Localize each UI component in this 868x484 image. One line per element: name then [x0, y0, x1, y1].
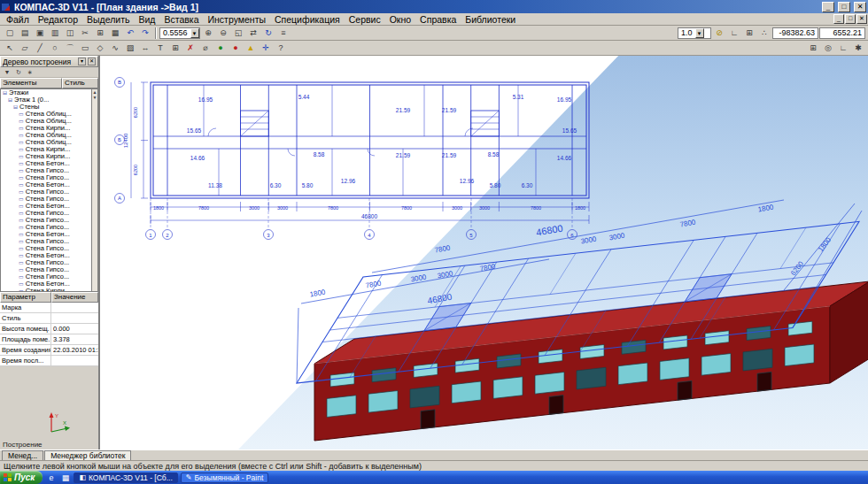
- warning-icon[interactable]: ▲: [244, 42, 258, 55]
- ortho-toggle-icon[interactable]: ∟: [836, 42, 850, 55]
- column-style[interactable]: Стиль: [62, 78, 98, 88]
- zoom-fit-icon[interactable]: ◱: [231, 27, 245, 40]
- grid-toggle-icon[interactable]: ⊞: [806, 42, 820, 55]
- start-button[interactable]: Пуск: [0, 471, 43, 484]
- pan-icon[interactable]: ⇄: [246, 27, 260, 40]
- tab-library-manager[interactable]: Менеджер библиотек: [44, 450, 131, 460]
- marquee-icon[interactable]: ▱: [18, 42, 32, 55]
- dimension-label: 15.65: [187, 127, 202, 134]
- menu-item[interactable]: Вид: [134, 14, 159, 25]
- panel-caption[interactable]: Построение: [3, 441, 43, 449]
- dimension-label: 5.44: [298, 94, 310, 100]
- taskbar-app-kompas[interactable]: ◧ КОМПАС-3D V11 - [Сб...: [74, 472, 177, 483]
- doc-restore-button[interactable]: □: [845, 14, 856, 24]
- coord-y-field[interactable]: 6552.21: [819, 27, 865, 39]
- print-icon[interactable]: ▥: [48, 27, 62, 40]
- doc-close-button[interactable]: ✕: [856, 14, 867, 24]
- cut-icon[interactable]: ✂: [78, 27, 92, 40]
- dimension-label: 14.66: [190, 155, 205, 161]
- tree-scrollbar[interactable]: ▲ ▼: [91, 89, 97, 291]
- new-icon[interactable]: ▢: [3, 27, 17, 40]
- circle-icon[interactable]: ○: [48, 42, 62, 55]
- grid-icon[interactable]: ⊞: [742, 27, 756, 40]
- zoom-combo[interactable]: 0.5556 ▼: [159, 27, 200, 39]
- hatch-icon[interactable]: ▨: [123, 42, 137, 55]
- undo-icon[interactable]: ↶: [123, 27, 137, 40]
- panel-pin-icon[interactable]: ▾: [78, 58, 86, 65]
- menu-item[interactable]: Спецификация: [270, 14, 345, 25]
- tree-refresh-icon[interactable]: ↻: [13, 67, 24, 77]
- coord-x-field[interactable]: -98382.63: [772, 27, 818, 39]
- preview-icon[interactable]: ◫: [63, 27, 77, 40]
- construction-tree-list[interactable]: ⊟Этажи⊟Этаж 1 (0...⊟Стены▭Стена Облиц...…: [0, 88, 98, 292]
- copy-icon[interactable]: ⊞: [93, 27, 107, 40]
- drawing-canvas[interactable]: 123456АБВ 16.955.4421.5921.595.3116.9515…: [100, 56, 868, 449]
- menu-item[interactable]: Справка: [415, 14, 461, 25]
- dimension-icon[interactable]: ↔: [138, 42, 152, 55]
- zoom-in-icon[interactable]: ⊕: [201, 27, 215, 40]
- params-column-headers: Параметр Значение: [0, 292, 98, 303]
- snap-icon[interactable]: ∴: [757, 27, 771, 40]
- rect-icon[interactable]: ▭: [78, 42, 92, 55]
- tab-manager[interactable]: Менед...: [2, 450, 43, 460]
- menu-item[interactable]: Инструменты: [204, 14, 270, 25]
- redo-icon[interactable]: ↷: [138, 27, 152, 40]
- param-value[interactable]: 22.03.2010 01:11: [51, 345, 98, 355]
- param-value[interactable]: 0.000: [51, 324, 98, 334]
- chevron-down-icon[interactable]: ▼: [695, 28, 704, 38]
- close-button[interactable]: ✕: [854, 2, 866, 12]
- refresh-icon[interactable]: ↻: [261, 27, 275, 40]
- help-icon[interactable]: ?: [274, 42, 288, 55]
- tree-pin-icon[interactable]: ∗: [25, 67, 35, 77]
- pointer-icon[interactable]: ↖: [3, 42, 17, 55]
- menu-item[interactable]: Вставка: [159, 14, 203, 25]
- taskbar-app-paint[interactable]: ✎ Безымянный - Paint: [181, 472, 268, 483]
- column-parameter[interactable]: Параметр: [0, 292, 51, 303]
- param-value[interactable]: 3.378: [51, 334, 98, 344]
- minimize-button[interactable]: _: [822, 2, 834, 12]
- arc-icon[interactable]: ⌒: [63, 42, 77, 55]
- layers-icon[interactable]: ≡: [276, 27, 291, 40]
- param-value[interactable]: [51, 303, 98, 312]
- zoom-out-icon[interactable]: ⊖: [216, 27, 230, 40]
- line-icon[interactable]: ╱: [33, 42, 47, 55]
- measure-icon[interactable]: ⌀: [198, 42, 213, 55]
- globe-icon[interactable]: ●: [213, 42, 228, 55]
- text-icon[interactable]: T: [153, 42, 167, 55]
- quick-launch-desktop-icon[interactable]: ▦: [59, 472, 71, 483]
- axes-icon[interactable]: ✛: [259, 42, 273, 55]
- lock-icon[interactable]: ⊘: [712, 27, 726, 40]
- polygon-icon[interactable]: ◇: [93, 42, 107, 55]
- tree-filter-icon[interactable]: ▼: [2, 67, 12, 77]
- column-value[interactable]: Значение: [51, 292, 98, 303]
- scale-combo[interactable]: 1.0 ▼: [678, 27, 711, 39]
- param-value[interactable]: [51, 356, 98, 365]
- menu-item[interactable]: Редактор: [34, 14, 82, 25]
- menu-item[interactable]: Выделить: [82, 14, 134, 25]
- maximize-button[interactable]: □: [838, 2, 850, 12]
- spline-icon[interactable]: ∿: [108, 42, 122, 55]
- erase-icon[interactable]: ✗: [183, 42, 198, 55]
- open-icon[interactable]: ▤: [18, 27, 32, 40]
- building-model-3d[interactable]: 7800468003000300078001800180078003000300…: [288, 184, 868, 449]
- sphere-icon[interactable]: ●: [229, 42, 243, 55]
- ortho-icon[interactable]: ∟: [727, 27, 741, 40]
- table-icon[interactable]: ⊞: [168, 42, 182, 55]
- tree-item[interactable]: ⊟Этаж 1 (0...: [1, 96, 97, 104]
- menu-item[interactable]: Сервис: [345, 14, 385, 25]
- snap-toggle-icon[interactable]: ◎: [821, 42, 835, 55]
- dimension-label: 6200: [789, 259, 805, 277]
- menu-item[interactable]: Файл: [2, 14, 34, 25]
- param-value[interactable]: [51, 313, 98, 323]
- chevron-down-icon[interactable]: ▼: [190, 28, 199, 38]
- settings-icon[interactable]: ✱: [851, 42, 865, 55]
- quick-launch-ie-icon[interactable]: e: [45, 472, 57, 483]
- paste-icon[interactable]: ▦: [108, 27, 122, 40]
- panel-close-icon[interactable]: ✕: [88, 58, 96, 65]
- doc-minimize-button[interactable]: _: [833, 14, 844, 24]
- menu-item[interactable]: Окно: [385, 14, 415, 25]
- column-elements[interactable]: Элементы: [0, 78, 62, 88]
- menu-item[interactable]: Библиотеки: [461, 14, 520, 25]
- save-icon[interactable]: ▣: [33, 27, 47, 40]
- tree-item[interactable]: ▭Стена Кирпи...: [1, 288, 97, 292]
